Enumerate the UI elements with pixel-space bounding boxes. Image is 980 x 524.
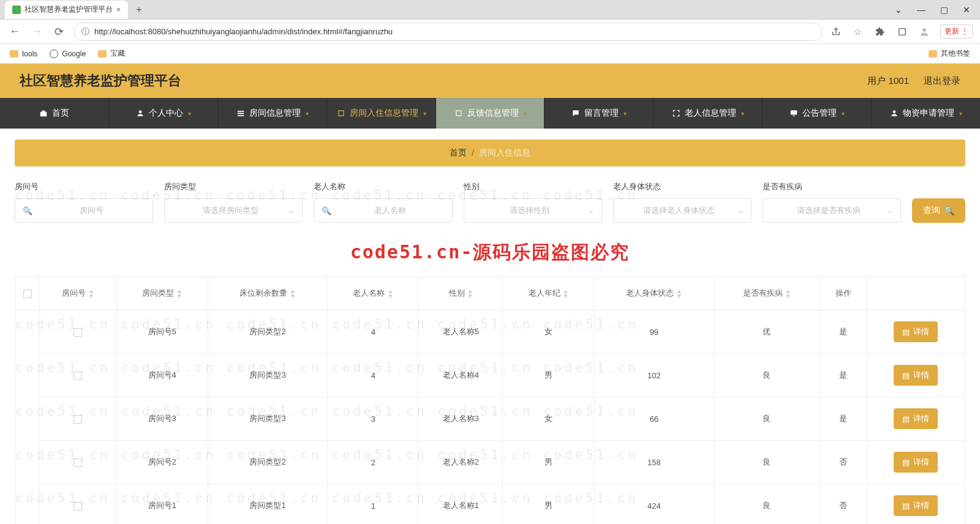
cell-gender: 男 bbox=[503, 354, 594, 397]
favicon-icon bbox=[12, 6, 21, 14]
detail-button[interactable]: ▤详情 bbox=[894, 408, 938, 429]
main-nav: 首页 个人中心 ▾ 房间信息管理 ▾ 房间入住信息管理 ▾ 反馈信息管理 ▾ 留… bbox=[0, 98, 980, 129]
cell-age: 102 bbox=[594, 354, 714, 397]
col-body[interactable]: 老人身体状态▲▼ bbox=[594, 277, 714, 310]
row-checkbox[interactable] bbox=[74, 372, 82, 380]
svg-rect-7 bbox=[456, 111, 461, 116]
select-all-checkbox[interactable] bbox=[23, 290, 32, 298]
nav-material[interactable]: 物资申请管理 ▾ bbox=[872, 98, 980, 129]
extensions-icon[interactable] bbox=[874, 26, 886, 38]
maximize-icon[interactable]: ▢ bbox=[940, 5, 948, 15]
forward-icon[interactable]: → bbox=[29, 25, 44, 38]
cell-beds-left: 4 bbox=[328, 354, 419, 397]
close-window-icon[interactable]: ✕ bbox=[963, 5, 970, 15]
home-icon bbox=[39, 108, 48, 118]
filter-label-body: 老人身体状态 bbox=[613, 181, 752, 192]
table-row: 房间号3 房间类型3 3 老人名称3 女 66 良 是 ▤详情 bbox=[15, 397, 965, 441]
filter-label-disease: 是否有疾病 bbox=[763, 181, 901, 192]
chevron-down-icon[interactable]: ⌄ bbox=[895, 5, 902, 15]
bookmark-baozang[interactable]: 宝藏 bbox=[98, 48, 125, 59]
search-icon: 🔍 bbox=[944, 206, 954, 215]
disease-select[interactable]: 请选择是否有疾病 ⌄ bbox=[763, 198, 901, 223]
nav-home[interactable]: 首页 bbox=[0, 98, 109, 129]
bookmark-tools[interactable]: tools bbox=[10, 50, 37, 58]
svg-rect-4 bbox=[237, 113, 244, 114]
cell-elder-name: 老人名称1 bbox=[419, 484, 503, 525]
table-header-row: 房间号▲▼ 房间类型▲▼ 床位剩余数量▲▼ 老人名称▲▼ 性别▲▼ 老人年纪▲▼… bbox=[15, 277, 965, 310]
reading-list-icon[interactable] bbox=[896, 26, 908, 38]
room-type-select[interactable]: 请选择房间类型 ⌄ bbox=[164, 198, 303, 223]
user-label[interactable]: 用户 1001 bbox=[867, 75, 909, 87]
cell-body: 优 bbox=[714, 310, 820, 354]
row-checkbox[interactable] bbox=[74, 415, 82, 424]
doc-icon: ▤ bbox=[902, 328, 910, 337]
detail-button[interactable]: ▤详情 bbox=[894, 452, 938, 473]
sort-icon: ▲▼ bbox=[676, 289, 682, 299]
nav-message[interactable]: 留言管理 ▾ bbox=[545, 98, 654, 129]
fullscreen-icon bbox=[671, 108, 681, 118]
address-bar[interactable]: ⓘ http://localhost:8080/shehuizhihuiyang… bbox=[74, 23, 823, 41]
cell-elder-name: 老人名称3 bbox=[419, 397, 503, 441]
star-icon[interactable]: ☆ bbox=[852, 26, 864, 38]
nav-room-info[interactable]: 房间信息管理 ▾ bbox=[218, 98, 327, 129]
body-state-select[interactable]: 请选择老人身体状态 ⌄ bbox=[613, 198, 752, 223]
browser-tab-bar: 社区智慧养老监护管理平台 × + ⌄ — ▢ ✕ bbox=[0, 0, 980, 20]
col-age[interactable]: 老人年纪▲▼ bbox=[503, 277, 594, 310]
col-gender[interactable]: 性别▲▼ bbox=[419, 277, 503, 310]
doc-icon: ▤ bbox=[902, 458, 910, 467]
new-tab-button[interactable]: + bbox=[132, 4, 146, 15]
cell-room-no: 房间号3 bbox=[116, 397, 208, 441]
nav-room-checkin[interactable]: 房间入住信息管理 ▾ bbox=[327, 98, 436, 129]
col-room-type[interactable]: 房间类型▲▼ bbox=[116, 277, 208, 310]
chevron-down-icon: ▾ bbox=[423, 110, 426, 117]
sort-icon: ▲▼ bbox=[176, 289, 183, 299]
filter-bar: 房间号 🔍 房间号 房间类型 请选择房间类型 ⌄ 老人名称 🔍 老人名称 性别 … bbox=[15, 181, 965, 223]
nav-profile[interactable]: 个人中心 ▾ bbox=[109, 98, 218, 129]
nav-notice[interactable]: 公告管理 ▾ bbox=[763, 98, 872, 129]
browser-tab[interactable]: 社区智慧养老监护管理平台 × bbox=[5, 1, 128, 19]
table-row: 房间号4 房间类型3 4 老人名称4 男 102 良 是 ▤详情 bbox=[15, 354, 965, 397]
cell-beds-left: 1 bbox=[328, 484, 419, 525]
breadcrumb-current: 房间入住信息 bbox=[479, 148, 530, 159]
doc-icon: ▤ bbox=[902, 414, 910, 424]
back-icon[interactable]: ← bbox=[7, 25, 22, 38]
detail-button[interactable]: ▤详情 bbox=[894, 365, 938, 386]
table-row: 房间号1 房间类型1 1 老人名称1 男 424 良 否 ▤详情 bbox=[15, 484, 965, 525]
nav-feedback[interactable]: 反馈信息管理 ▾ bbox=[436, 98, 545, 129]
query-button[interactable]: 查询 🔍 bbox=[912, 198, 965, 223]
room-no-input[interactable]: 🔍 房间号 bbox=[15, 198, 153, 223]
detail-button[interactable]: ▤详情 bbox=[894, 495, 938, 516]
row-checkbox[interactable] bbox=[74, 502, 82, 511]
update-button[interactable]: 更新 ⋮ bbox=[940, 24, 973, 39]
chevron-down-icon: ⌄ bbox=[737, 206, 744, 215]
col-elder-name[interactable]: 老人名称▲▼ bbox=[328, 277, 419, 310]
data-table: 房间号▲▼ 房间类型▲▼ 床位剩余数量▲▼ 老人名称▲▼ 性别▲▼ 老人年纪▲▼… bbox=[15, 276, 965, 524]
col-disease[interactable]: 是否有疾病▲▼ bbox=[714, 277, 820, 310]
nav-elder-info[interactable]: 老人信息管理 ▾ bbox=[654, 98, 763, 129]
cell-age: 424 bbox=[594, 484, 714, 525]
elder-name-input[interactable]: 🔍 老人名称 bbox=[314, 198, 452, 223]
detail-button[interactable]: ▤详情 bbox=[894, 321, 938, 342]
cell-room-type: 房间类型3 bbox=[208, 397, 328, 441]
row-checkbox[interactable] bbox=[74, 328, 82, 337]
bookmark-other[interactable]: 其他书签 bbox=[929, 48, 970, 59]
cell-gender: 女 bbox=[503, 310, 594, 354]
gender-select[interactable]: 请选择性别 ⌄ bbox=[464, 198, 602, 223]
svg-rect-6 bbox=[339, 111, 344, 116]
profile-icon[interactable] bbox=[918, 26, 930, 38]
sort-icon: ▲▼ bbox=[290, 289, 296, 299]
col-beds-left[interactable]: 床位剩余数量▲▼ bbox=[208, 277, 328, 310]
share-icon[interactable] bbox=[830, 26, 842, 38]
chevron-down-icon: ▾ bbox=[188, 110, 191, 117]
reload-icon[interactable]: ⟳ bbox=[51, 25, 66, 39]
minimize-icon[interactable]: — bbox=[917, 5, 925, 15]
row-checkbox[interactable] bbox=[74, 458, 82, 467]
breadcrumb-home[interactable]: 首页 bbox=[450, 148, 467, 159]
col-room-no[interactable]: 房间号▲▼ bbox=[40, 277, 117, 310]
chevron-down-icon: ▾ bbox=[842, 110, 845, 117]
bookmark-google[interactable]: Google bbox=[50, 50, 86, 58]
sort-icon: ▲▼ bbox=[785, 289, 791, 299]
cell-body: 良 bbox=[714, 354, 820, 397]
logout-link[interactable]: 退出登录 bbox=[924, 75, 960, 87]
close-tab-icon[interactable]: × bbox=[116, 6, 121, 14]
